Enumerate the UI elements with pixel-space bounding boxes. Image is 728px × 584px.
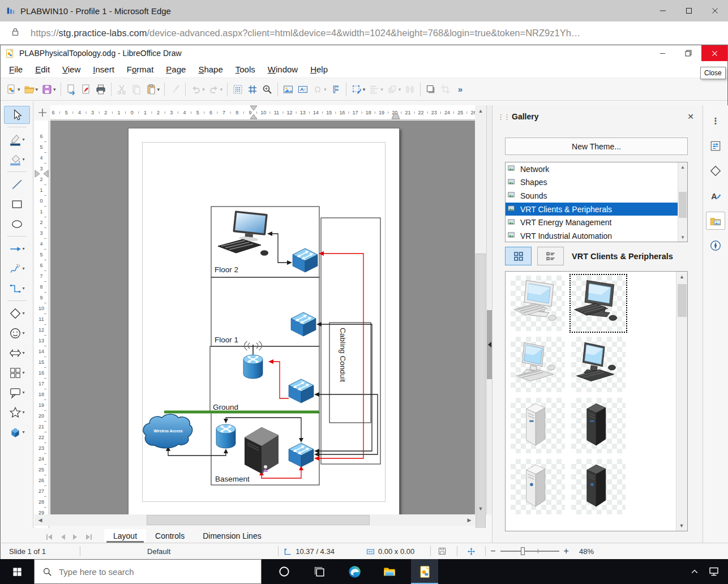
insert-textbox-button[interactable]: A: [296, 81, 310, 97]
tab-dimension-lines[interactable]: Dimension Lines: [194, 529, 271, 543]
edge-close-button[interactable]: [702, 0, 728, 22]
switch-ground[interactable]: [289, 379, 314, 403]
tray-show-hidden-icons[interactable]: [685, 567, 704, 576]
gallery-item-monitor-keyboard-dark[interactable]: [568, 334, 628, 395]
scroll-down-arrow[interactable]: ▼: [475, 503, 486, 514]
theme-item-vrt-energy-management[interactable]: VRT Energy Management: [506, 216, 678, 229]
theme-scroll-thumb[interactable]: [679, 192, 687, 218]
tab-layout[interactable]: Layout: [104, 529, 146, 543]
gallery-item-tower-pc2-dark[interactable]: [568, 456, 628, 517]
gallery-items-scrollbar[interactable]: ▲ ▼: [676, 272, 687, 531]
ellipse-tool[interactable]: [4, 215, 30, 233]
theme-item-vrt-industrial-automation[interactable]: VRT Industrial Automation: [506, 229, 678, 242]
basic-shapes-tool[interactable]: ▾: [4, 304, 30, 323]
url-text[interactable]: https://stg.practice-labs.com/device-adv…: [31, 28, 716, 38]
navigator-panel-button[interactable]: [706, 237, 725, 255]
horizontal-scroll-thumb[interactable]: [147, 515, 370, 525]
save-button[interactable]: ▾: [40, 81, 58, 97]
flowchart-shapes-tool[interactable]: ▾: [4, 364, 30, 382]
rectangle-tool[interactable]: [4, 195, 30, 213]
switch-floor2[interactable]: [293, 248, 318, 272]
first-slide-button[interactable]: [45, 534, 53, 540]
shadow-button[interactable]: [423, 81, 438, 97]
canvas-horizontal-scrollbar[interactable]: ◀ ▶: [35, 514, 475, 526]
tab-controls[interactable]: Controls: [146, 529, 194, 543]
zoom-level-value[interactable]: 48%: [579, 547, 594, 556]
gallery-item-tower-pc2-light[interactable]: [507, 456, 568, 517]
router[interactable]: [216, 424, 235, 448]
insert-line-tool[interactable]: [4, 175, 30, 194]
lo-close-button[interactable]: [701, 45, 727, 61]
menu-help[interactable]: Help: [304, 62, 334, 76]
previous-slide-button[interactable]: [60, 534, 66, 540]
threed-objects-tool[interactable]: ▾: [4, 423, 30, 441]
vertical-ruler[interactable]: 6543210123456789101112131415161718192021…: [35, 121, 49, 559]
arrange-button[interactable]: ▾: [385, 81, 403, 97]
properties-panel-button[interactable]: [706, 137, 725, 155]
block-arrows-tool[interactable]: ▾: [4, 344, 30, 362]
horizontal-ruler[interactable]: 6543210123456789101112131415161718192021…: [50, 105, 475, 120]
drawing-canvas[interactable]: Wireless Access Floor 2 Floor 1 Ground B…: [50, 121, 475, 514]
canvas-vertical-scrollbar[interactable]: ▲ ▼: [475, 105, 486, 514]
theme-item-sounds[interactable]: Sounds: [506, 189, 678, 203]
export-button[interactable]: [64, 81, 79, 97]
theme-scroll-down[interactable]: ▼: [678, 233, 687, 242]
cut-button[interactable]: [114, 81, 129, 97]
zoom-out-button[interactable]: −: [490, 546, 495, 556]
curves-polygons-tool[interactable]: ▾: [4, 260, 30, 278]
menu-file[interactable]: File: [3, 62, 29, 76]
page-style-indicator[interactable]: Default: [147, 547, 170, 556]
zoom-slider-handle[interactable]: [521, 547, 525, 555]
distribute-button[interactable]: [402, 81, 417, 97]
toolbar-overflow-button[interactable]: »: [453, 81, 468, 97]
menu-insert[interactable]: Insert: [87, 62, 121, 76]
last-slide-button[interactable]: [85, 534, 93, 540]
wireless-access-point[interactable]: [243, 341, 263, 379]
menu-view[interactable]: View: [56, 62, 87, 76]
switch-floor1[interactable]: [291, 312, 316, 336]
lo-minimize-button[interactable]: [649, 45, 675, 61]
switch-basement[interactable]: [289, 443, 314, 467]
cortana-button[interactable]: [271, 559, 298, 584]
file-explorer-icon[interactable]: [376, 559, 403, 584]
menu-edit[interactable]: Edit: [29, 62, 56, 76]
copy-button[interactable]: [129, 81, 144, 97]
items-scroll-up[interactable]: ▲: [676, 272, 687, 282]
menu-page[interactable]: Page: [160, 62, 192, 76]
insert-image-button[interactable]: [281, 81, 296, 97]
export-pdf-button[interactable]: [79, 81, 93, 97]
redo-button[interactable]: ▾: [207, 81, 225, 97]
theme-item-vrt-clients-peripherals[interactable]: VRT Clients & Peripherals: [506, 203, 678, 216]
theme-list-scrollbar[interactable]: ▲ ▼: [678, 162, 687, 242]
print-button[interactable]: [93, 81, 108, 97]
tray-network-icon[interactable]: [704, 566, 723, 577]
scroll-left-arrow[interactable]: ◀: [35, 514, 46, 526]
fit-page-icon[interactable]: [466, 547, 476, 556]
lo-restore-button[interactable]: [675, 45, 701, 61]
special-character-button[interactable]: Ω▾: [310, 81, 328, 97]
sidebar-splitter[interactable]: [486, 105, 492, 514]
theme-item-shapes[interactable]: Shapes: [506, 176, 678, 190]
edge-taskbar-icon[interactable]: [341, 559, 368, 584]
theme-scroll-up[interactable]: ▲: [678, 162, 687, 171]
icon-view-button[interactable]: [505, 247, 532, 265]
menu-tools[interactable]: Tools: [229, 62, 262, 76]
fontwork-button[interactable]: F: [328, 81, 343, 97]
connectors-tool[interactable]: ▾: [4, 280, 30, 298]
symbol-shapes-tool[interactable]: ▾: [4, 324, 30, 342]
start-button[interactable]: [0, 559, 34, 584]
gallery-item-desktop-computer-light[interactable]: [507, 273, 568, 334]
gallery-item-tower-pc-dark[interactable]: [568, 395, 628, 456]
callout-shapes-tool[interactable]: ▾: [4, 384, 30, 402]
taskbar-search-box[interactable]: [34, 559, 262, 584]
detailed-view-button[interactable]: [537, 247, 564, 265]
menu-shape[interactable]: Shape: [192, 62, 229, 76]
paste-button[interactable]: ▾: [144, 81, 162, 97]
zoom-slider[interactable]: − +: [490, 546, 569, 556]
search-input[interactable]: [58, 566, 228, 577]
crop-image-button[interactable]: [438, 81, 453, 97]
zoom-button[interactable]: [260, 81, 275, 97]
next-slide-button[interactable]: [72, 534, 78, 540]
new-document-button[interactable]: ▾: [4, 81, 22, 97]
display-grid-button[interactable]: [230, 81, 245, 97]
